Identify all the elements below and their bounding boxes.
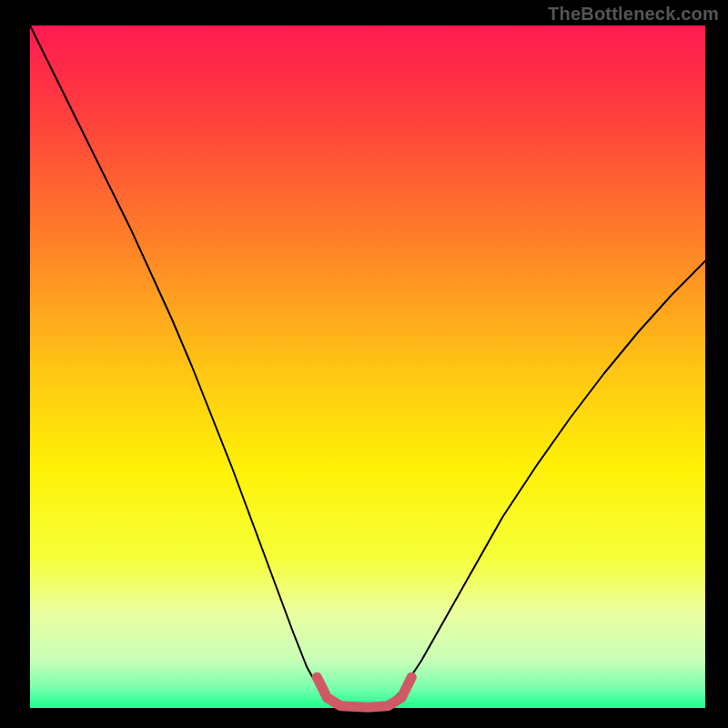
- chart-frame: TheBottleneck.com: [0, 0, 728, 728]
- plot-background-gradient: [30, 25, 705, 708]
- bottleneck-chart: [0, 0, 728, 728]
- watermark-text: TheBottleneck.com: [548, 4, 719, 25]
